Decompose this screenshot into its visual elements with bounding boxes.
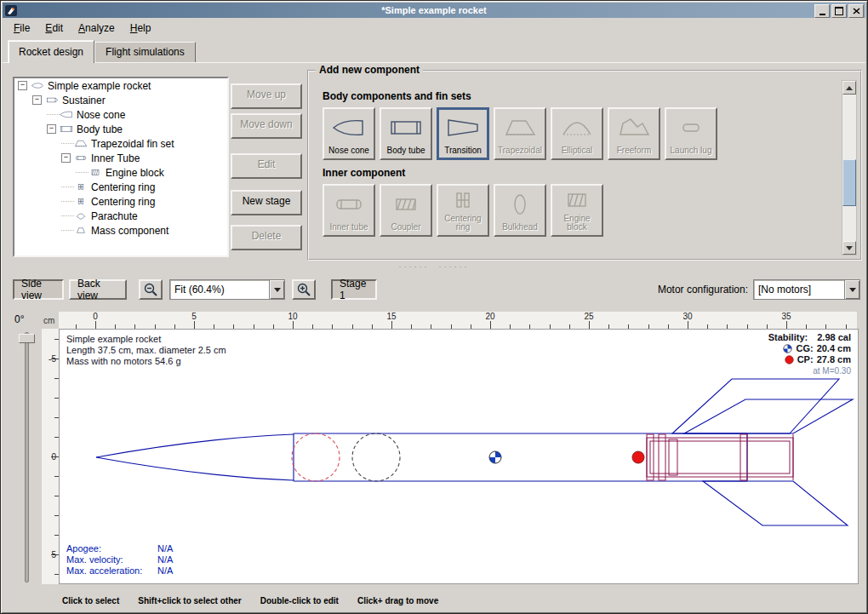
side-view-button[interactable]: Side view [13,279,64,300]
zoom-select[interactable]: Fit (60.4%) [169,279,285,300]
add-centering-ring-button: Centering ring [437,184,489,237]
scroll-up-button[interactable] [842,81,856,95]
tree-item-parachute-9[interactable]: Parachute [14,209,227,223]
splitpane-handle[interactable]: ······ ······ [399,262,470,271]
tree-item-simple-example-rocket-0[interactable]: −Simple example rocket [14,78,227,93]
add-body-tube-button[interactable]: Body tube [380,107,432,160]
rocket-drawing[interactable] [60,330,858,583]
tree-item-trapezoidal-fin-set-4[interactable]: Trapezoidal fin set [14,136,227,151]
fin-upper-2[interactable] [684,399,853,433]
tree-item-label: Body tube [75,123,123,135]
collapse-toggle[interactable]: − [32,95,42,105]
collapse-toggle[interactable]: − [47,124,56,134]
title-bar[interactable]: *Simple example rocket [3,3,865,18]
tree-item-inner-tube-5[interactable]: −Inner Tube [14,151,227,165]
tree-item-label: Sustainer [60,95,106,106]
bulkhead-icon [503,186,537,223]
rotation-slider-track[interactable] [25,332,29,582]
scroll-down-button[interactable] [842,241,856,255]
tree-item-nose-cone-2[interactable]: Nose cone [14,107,227,122]
fin-icon [74,139,89,148]
elliptical-fin-icon [560,109,594,146]
collapse-toggle[interactable]: − [18,81,27,90]
stage-1-toggle[interactable]: Stage 1 [331,279,377,300]
collapse-toggle[interactable]: − [61,153,71,163]
ruler-unit: cm [43,316,54,325]
app-icon[interactable] [5,5,17,16]
menu-file[interactable]: File [6,20,37,37]
status-hint: Double-click to edit [260,596,339,605]
parachute-icon [74,211,89,221]
component-button-row: Inner tubeCouplerCentering ringBulkheadE… [323,184,835,237]
tree-item-mass-component-10[interactable]: Mass component [14,223,227,238]
fin-lower[interactable] [703,481,848,525]
tree-item-centering-ring-7[interactable]: Centering ring [14,180,227,194]
arrow-down-icon [846,246,853,250]
component-sections: Body components and fin setsNose coneBod… [323,83,835,255]
component-button-label: Launch lug [670,146,713,155]
body-tube-icon [389,109,423,146]
tree-item-engine-block-6[interactable]: Engine block [14,165,227,180]
component-tree[interactable]: −Simple example rocket−SustainerNose con… [13,77,229,257]
add-trapezoidal-button: Trapezoidal [494,107,546,160]
cp-icon [785,355,794,364]
scrollbar-thumb[interactable] [842,159,856,206]
tree-item-centering-ring-8[interactable]: Centering ring [14,194,227,209]
ruler-left: -505 [42,329,60,584]
flight-row-apogee: Apogee:N/A [66,543,173,554]
menu-help[interactable]: Help [123,20,159,37]
add-nose-cone-button[interactable]: Nose cone [323,107,375,160]
engine-block-icon [560,186,594,215]
tree-item-label: Trapezoidal fin set [89,138,174,150]
tree-item-sustainer-1[interactable]: −Sustainer [14,93,227,107]
chevron-down-icon [274,288,281,292]
new-stage-button[interactable]: New stage [231,190,302,215]
fin-icon [503,109,537,146]
component-button-label: Bulkhead [501,223,539,232]
zoom-select-arrow[interactable] [269,280,284,299]
zoom-in-icon [296,282,311,297]
tree-item-body-tube-3[interactable]: −Body tube [14,122,227,136]
zoom-in-button[interactable] [292,279,316,300]
maximize-button[interactable] [831,4,847,18]
close-button[interactable] [848,4,864,18]
zoom-out-button[interactable] [139,279,163,300]
stage-icon [45,95,60,105]
rotation-slider-thumb[interactable] [19,334,35,343]
minimize-button[interactable] [814,4,830,18]
stability-info: Stability: 2.98 cal CG: 20.4 cm [768,332,851,376]
motor-config-arrow[interactable] [844,280,859,299]
menu-analyze[interactable]: Analyze [71,20,123,37]
mass-component-outline[interactable] [352,433,400,481]
tree-item-label: Inner Tube [89,152,140,164]
tab-flight-simulations[interactable]: Flight simulations [94,42,196,62]
add-elliptical-button: Elliptical [551,107,603,160]
design-canvas[interactable]: Simple example rocket Length 37.5 cm, ma… [59,329,859,584]
back-view-button[interactable]: Back view [69,279,127,300]
fin-upper[interactable] [672,379,839,433]
rocket-design-panel: −Simple example rocket−SustainerNose con… [3,62,865,611]
tree-connector [61,186,74,187]
maximize-icon [835,7,843,15]
component-button-label: Coupler [390,223,421,232]
motor-config-select[interactable]: [No motors] [753,279,860,300]
component-button-label: Transition [443,146,483,155]
zoom-out-icon [143,282,158,297]
cg-marker [489,451,501,463]
parachute-outline[interactable] [292,433,340,481]
move-up-button: Move up [231,83,302,109]
cg-icon [783,344,792,353]
tree-item-label: Nose cone [75,109,125,121]
tab-rocket-design[interactable]: Rocket design [8,40,94,63]
rocket-dimensions: Length 37.5 cm, max. diameter 2.5 cm [66,345,226,356]
cp-marker [632,451,644,463]
component-scrollbar[interactable] [842,80,857,255]
mass-icon [74,226,89,235]
tree-item-label: Simple example rocket [46,80,151,92]
add-transition-button[interactable]: Transition [437,107,489,160]
rocket-view: 0° cm 05101520253035 -505 [6,308,864,591]
menu-edit[interactable]: Edit [37,20,71,37]
section-heading-inner-component: Inner component [323,167,835,179]
status-hints: Click to selectShift+click to select oth… [62,596,457,605]
status-hint: Shift+click to select other [138,596,241,605]
